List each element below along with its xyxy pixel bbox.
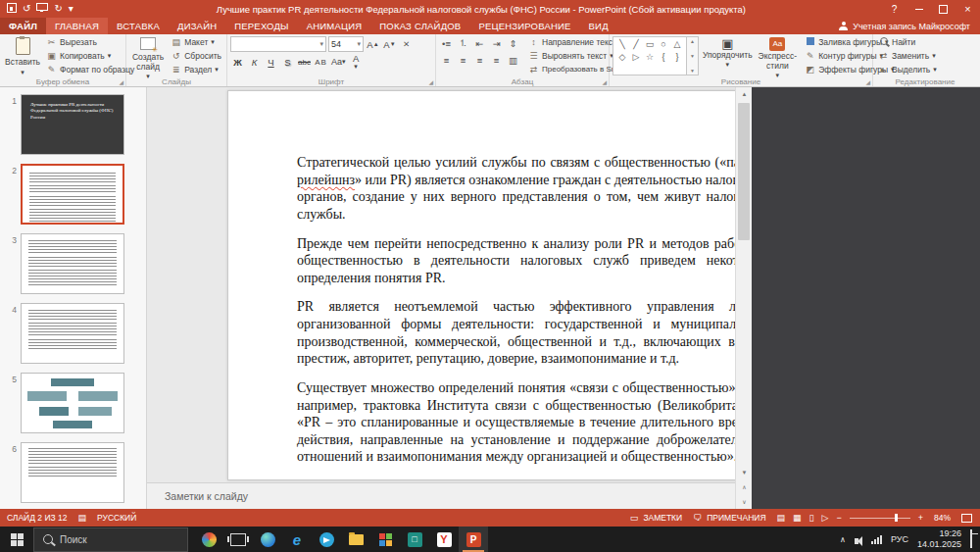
comments-toggle-icon[interactable]: 🗨 xyxy=(689,513,706,523)
thumbnail-2-preview[interactable] xyxy=(21,164,124,225)
columns-icon[interactable]: ▥ xyxy=(506,53,520,67)
replace-button[interactable]: ⇄ Заменить xyxy=(876,50,939,63)
thumbnail-6-preview[interactable] xyxy=(21,442,124,503)
slideshow-view-icon[interactable]: ▷ xyxy=(818,513,833,523)
tab-slideshow[interactable]: ПОКАЗ СЛАЙДОВ xyxy=(370,18,469,34)
internet-explorer-icon[interactable]: e xyxy=(282,527,312,552)
browser-ball-icon[interactable] xyxy=(194,527,223,552)
shapes-gallery-scroll[interactable]: ▲ ▼ ▼ xyxy=(687,36,699,75)
shrink-font-button[interactable]: А▼ xyxy=(382,37,397,51)
align-center-icon[interactable]: ≡ xyxy=(456,53,470,67)
shape-arrow-icon[interactable]: ╱ xyxy=(633,40,638,49)
previous-slide-icon[interactable]: ∧ xyxy=(736,479,753,494)
font-size-input[interactable]: 54 ▾ xyxy=(328,36,364,52)
notes-toggle-icon[interactable]: ▭ xyxy=(626,513,643,523)
qat-customize-icon[interactable]: ▾ xyxy=(69,4,74,14)
slide-text-placeholder[interactable]: Стратегической целью усилий службы по св… xyxy=(297,154,767,477)
zoom-out-icon[interactable]: − xyxy=(832,513,845,523)
restore-button[interactable] xyxy=(931,0,956,18)
thumbnail-4-preview[interactable] xyxy=(21,303,124,364)
change-case-button[interactable]: Аа xyxy=(330,55,347,69)
tab-view[interactable]: ВИД xyxy=(580,18,617,34)
bullets-icon[interactable]: •≡ xyxy=(439,36,454,50)
italic-button[interactable]: К xyxy=(247,55,262,69)
messenger-icon[interactable] xyxy=(312,527,341,552)
bold-button[interactable]: Ж xyxy=(230,55,245,69)
drawing-dialog-launcher-icon[interactable]: ◢ xyxy=(865,79,870,85)
tab-design[interactable]: ДИЗАЙН xyxy=(169,18,225,34)
shape-oval-icon[interactable]: ○ xyxy=(661,40,665,49)
network-icon[interactable] xyxy=(871,535,882,544)
close-button[interactable]: × xyxy=(956,0,980,18)
slide-sorter-view-icon[interactable]: ▦ xyxy=(789,513,806,523)
thumbnail-slide-2[interactable]: 2 xyxy=(0,164,146,225)
tab-file[interactable]: ФАЙЛ xyxy=(0,18,46,34)
thumbnail-slide-5[interactable]: 5 xyxy=(0,373,146,433)
increase-indent-icon[interactable]: ⇥ xyxy=(489,36,504,50)
line-spacing-icon[interactable]: ⇕ xyxy=(506,36,520,50)
save-icon[interactable] xyxy=(7,3,17,15)
edge-icon[interactable] xyxy=(253,527,282,552)
thumbnail-5-preview[interactable] xyxy=(21,373,124,433)
paste-button[interactable]: Вставить xyxy=(3,36,42,75)
quick-styles-button[interactable]: Аа Экспресс-стили xyxy=(757,36,800,75)
cut-button[interactable]: ✂ Вырезать xyxy=(44,36,136,49)
reset-button[interactable]: ↺ Сбросить xyxy=(169,50,223,63)
align-right-icon[interactable]: ≡ xyxy=(472,53,487,67)
file-explorer-icon[interactable] xyxy=(341,527,370,552)
notes-toggle[interactable]: ЗАМЕТКИ xyxy=(642,513,689,523)
hidden-icons-icon[interactable]: ∧ xyxy=(840,535,846,544)
clear-formatting-button[interactable]: 🞪 xyxy=(399,37,414,51)
scroll-up-icon[interactable]: ▲ xyxy=(736,86,753,101)
layout-button[interactable]: ▤ Макет xyxy=(169,36,223,49)
character-spacing-button[interactable]: АВ xyxy=(314,55,328,69)
shapes-scroll-up-icon[interactable]: ▲ xyxy=(690,38,695,44)
help-button[interactable]: ? xyxy=(882,0,906,18)
slideshow-from-start-icon[interactable] xyxy=(36,4,48,14)
shape-rect-icon[interactable]: ▭ xyxy=(646,40,655,49)
tab-review[interactable]: РЕЦЕНЗИРОВАНИЕ xyxy=(469,18,579,34)
thumbnail-1-preview[interactable]: Лучшие практики PR деятельности Федераль… xyxy=(21,94,124,155)
thumbnail-slide-6[interactable]: 6 xyxy=(0,442,146,503)
task-view-icon[interactable] xyxy=(223,527,253,552)
language-switcher[interactable]: РУС xyxy=(891,534,908,544)
arrange-button[interactable]: ▣ Упорядочить xyxy=(701,36,755,75)
tab-animations[interactable]: АНИМАЦИЯ xyxy=(298,18,371,34)
zoom-level[interactable]: 84% xyxy=(927,513,957,523)
powerpoint-taskbar-icon[interactable]: P xyxy=(459,527,488,552)
select-button[interactable]: ▸ Выделить xyxy=(876,63,939,75)
tab-insert[interactable]: ВСТАВКА xyxy=(108,18,169,34)
scrollbar-thumb[interactable] xyxy=(738,103,750,240)
shape-brace-right-icon[interactable]: } xyxy=(675,53,678,62)
redo-icon[interactable]: ↻ xyxy=(54,4,62,14)
thumbnail-slide-1[interactable]: 1 Лучшие практики PR деятельности Федера… xyxy=(0,94,146,155)
numbering-icon[interactable]: ⒈ xyxy=(456,36,470,50)
undo-icon[interactable]: ↺ xyxy=(23,4,30,14)
zoom-slider[interactable] xyxy=(850,518,910,519)
shapes-more-icon[interactable]: ▼ xyxy=(690,68,695,74)
action-center-icon[interactable] xyxy=(970,530,972,548)
paragraph-dialog-launcher-icon[interactable]: ◢ xyxy=(602,79,607,85)
thumbnail-3-preview[interactable] xyxy=(21,233,124,294)
app-icon[interactable]: □ xyxy=(400,527,429,552)
shapes-gallery[interactable]: ╲ ╱ ▭ ○ △ ◇ ▷ ☆ { } xyxy=(612,36,687,75)
tab-transitions[interactable]: ПЕРЕХОДЫ xyxy=(225,18,297,34)
new-slide-button[interactable]: Создать слайд xyxy=(129,36,167,75)
shape-triangle-icon[interactable]: △ xyxy=(674,40,681,49)
account-button[interactable]: Учетная запись Майкрософт xyxy=(829,18,980,34)
thumbnail-slide-3[interactable]: 3 xyxy=(0,233,146,294)
scroll-down-icon[interactable]: ▼ xyxy=(736,465,753,479)
underline-button[interactable]: Ч xyxy=(264,55,278,69)
strikethrough-button[interactable]: abc xyxy=(297,55,312,69)
comments-toggle[interactable]: ПРИМЕЧАНИЯ xyxy=(706,513,772,523)
vertical-scrollbar[interactable]: ▲ ▼ ∧ ∨ xyxy=(735,86,753,509)
align-left-icon[interactable]: ≡ xyxy=(439,53,454,67)
font-color-button[interactable]: А xyxy=(349,55,364,69)
text-shadow-button[interactable]: S xyxy=(280,55,295,69)
thumbnail-slide-4[interactable]: 4 xyxy=(0,303,146,364)
shape-diamond-icon[interactable]: ◇ xyxy=(619,53,626,62)
copy-button[interactable]: ▣ Копировать xyxy=(44,50,136,63)
shape-pointer-icon[interactable]: ▷ xyxy=(633,53,640,62)
zoom-slider-knob[interactable] xyxy=(895,514,898,522)
justify-icon[interactable]: ≡ xyxy=(489,53,504,67)
